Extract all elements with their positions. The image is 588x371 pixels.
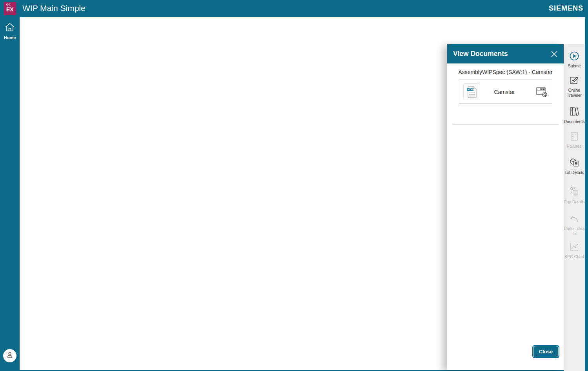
open-in-window-icon[interactable]: [536, 87, 548, 99]
svg-text:H: H: [575, 133, 576, 136]
view-documents-panel: View Documents AssemblyWIPSpec (SAW:1) -…: [447, 44, 564, 370]
undo-track-in-icon: [569, 218, 580, 225]
rail-item-failures[interactable]: H L Failures: [564, 131, 585, 149]
document-heading: AssemblyWIPSpec (SAW:1) - Camstar: [447, 69, 564, 75]
right-action-rail: Submit Online Traveler Documents H: [564, 44, 585, 371]
eqp-details-icon: [569, 192, 580, 198]
spc-chart-icon: [569, 246, 579, 253]
rail-label: Failures: [564, 144, 585, 149]
left-sidebar: Home: [0, 17, 20, 371]
rail-label: Lot Details: [564, 170, 585, 175]
rail-item-eqp-details[interactable]: Eqp Details: [564, 186, 585, 205]
brand-logo: SIEMENS: [549, 4, 583, 13]
rail-label: Documents: [564, 119, 585, 124]
user-avatar-button[interactable]: [3, 349, 16, 362]
svg-text:HTML: HTML: [468, 88, 474, 90]
sidebar-item-home[interactable]: Home: [0, 22, 20, 40]
rail-label: Submit: [564, 63, 585, 69]
submit-icon: [569, 56, 579, 62]
user-icon: [6, 351, 14, 360]
home-icon: [4, 27, 15, 34]
panel-title: View Documents: [453, 50, 508, 58]
app-header: OC EX WIP Main Simple SIEMENS: [0, 0, 588, 17]
document-name: Camstar: [483, 80, 526, 104]
rail-label: Undo Track In: [564, 226, 585, 236]
logo-line1: OC: [6, 3, 16, 6]
lot-details-icon: [569, 162, 580, 169]
logo-line2: EX: [6, 6, 16, 13]
rail-item-online-traveler[interactable]: Online Traveler: [564, 75, 585, 98]
rail-label: Online Traveler: [564, 88, 585, 98]
document-card[interactable]: HTML Camstar: [459, 80, 552, 104]
home-label: Home: [0, 35, 20, 40]
rail-label: SPC Chart: [564, 254, 585, 259]
online-traveler-icon: [569, 80, 579, 87]
rail-item-submit[interactable]: Submit: [564, 51, 585, 69]
documents-icon: [569, 111, 580, 118]
html-document-icon: HTML: [463, 83, 480, 100]
rail-label: Eqp Details: [564, 199, 585, 205]
rail-item-lot-details[interactable]: Lot Details: [564, 157, 585, 175]
close-button[interactable]: Close: [533, 346, 559, 357]
panel-header: View Documents: [447, 44, 564, 63]
rail-item-documents[interactable]: Documents: [564, 107, 585, 124]
rail-item-spc-chart[interactable]: SPC Chart: [564, 243, 585, 259]
failures-icon: H L: [570, 136, 579, 143]
rail-item-undo-track-in[interactable]: Undo Track In: [564, 214, 585, 236]
svg-text:L: L: [575, 137, 576, 139]
close-icon[interactable]: [550, 50, 558, 58]
page-title: WIP Main Simple: [22, 4, 86, 13]
panel-divider: [453, 124, 559, 125]
app-logo[interactable]: OC EX: [4, 2, 16, 15]
